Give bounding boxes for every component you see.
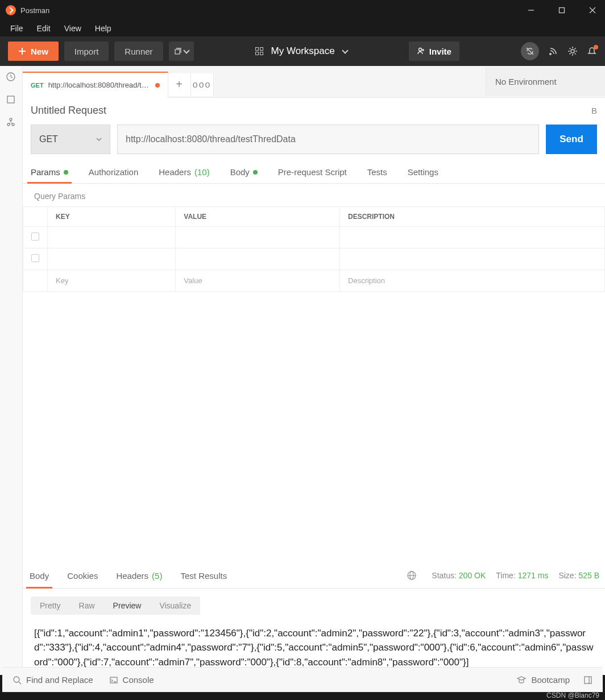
plus-icon: [18, 47, 26, 55]
svg-point-21: [14, 677, 19, 682]
bootcamp-label: Bootcamp: [531, 675, 570, 685]
window-icon: [174, 47, 182, 55]
resp-tab-test-results[interactable]: Test Results: [179, 564, 228, 588]
col-checkbox: [23, 207, 48, 227]
request-name-row: Untitled Request B: [23, 98, 605, 122]
request-subtabs: Params Authorization Headers (10) Body P…: [23, 161, 605, 184]
watermark: CSDN @Blanc79: [546, 691, 599, 699]
new-button-label: New: [31, 47, 48, 56]
table-row[interactable]: KeyValueDescription: [23, 270, 605, 292]
time-value: 1271 ms: [518, 571, 549, 580]
open-new-button[interactable]: [169, 42, 194, 61]
view-raw[interactable]: Raw: [70, 597, 104, 615]
tab-count: (10): [194, 167, 210, 177]
invite-button[interactable]: Invite: [409, 42, 459, 61]
resp-tab-headers[interactable]: Headers (5): [115, 564, 163, 588]
notification-dot: [594, 45, 598, 49]
menu-view[interactable]: View: [59, 23, 87, 34]
description-placeholder[interactable]: Description: [340, 270, 605, 292]
tab-authorization[interactable]: Authorization: [89, 161, 139, 183]
view-visualize[interactable]: Visualize: [150, 597, 200, 615]
view-preview[interactable]: Preview: [104, 597, 151, 615]
tab-tests[interactable]: Tests: [367, 161, 387, 183]
checkbox[interactable]: [31, 254, 39, 262]
apis-icon[interactable]: [6, 117, 17, 129]
svg-rect-6: [175, 49, 180, 54]
url-row: GET Send: [23, 122, 605, 161]
tab-body[interactable]: Body: [230, 161, 258, 183]
value-placeholder[interactable]: Value: [176, 270, 340, 292]
chevron-down-icon: [183, 47, 189, 53]
footer: Find and Replace Console Bootcamp: [2, 667, 603, 692]
find-replace-button[interactable]: Find and Replace: [13, 675, 93, 685]
menu-help[interactable]: Help: [89, 23, 117, 34]
tab-headers[interactable]: Headers (10): [159, 161, 209, 183]
svg-point-7: [418, 48, 421, 51]
table-row[interactable]: [23, 227, 605, 248]
resp-tab-cookies[interactable]: Cookies: [66, 564, 99, 588]
response-status: Status: 200 OK Time: 1271 ms Size: 525 B: [407, 570, 599, 581]
send-button[interactable]: Send: [546, 125, 597, 154]
menu-file[interactable]: File: [5, 23, 29, 34]
panel-icon[interactable]: [583, 676, 592, 685]
menu-edit[interactable]: Edit: [31, 23, 56, 34]
globe-icon[interactable]: [407, 570, 417, 581]
close-icon[interactable]: [586, 3, 599, 17]
minimize-icon[interactable]: [524, 3, 538, 17]
chevron-down-icon: [96, 136, 102, 142]
tab-overflow-button[interactable]: ooo: [191, 73, 214, 96]
chevron-down-icon: [342, 47, 348, 53]
new-button[interactable]: New: [8, 42, 59, 61]
tab-settings[interactable]: Settings: [408, 161, 438, 183]
right-indicator: B: [591, 106, 597, 115]
history-icon[interactable]: [6, 72, 17, 83]
collections-icon[interactable]: [6, 94, 17, 106]
satellite-icon[interactable]: [548, 46, 558, 56]
sync-icon[interactable]: [521, 42, 539, 60]
svg-point-15: [10, 118, 12, 121]
status-dot: [64, 170, 68, 175]
new-tab-button[interactable]: +: [168, 73, 191, 96]
table-row[interactable]: [23, 248, 605, 270]
method-select[interactable]: GET: [31, 125, 110, 154]
key-placeholder[interactable]: Key: [48, 270, 176, 292]
app-title: Postman: [20, 6, 49, 15]
tab-label: Body: [230, 167, 250, 177]
svg-point-11: [549, 53, 552, 55]
environment-label: No Environment: [495, 77, 557, 86]
svg-line-22: [19, 682, 21, 684]
search-icon: [13, 676, 22, 685]
left-rail: [0, 66, 23, 675]
find-replace-label: Find and Replace: [26, 675, 93, 685]
size-value: 525 B: [578, 571, 599, 580]
svg-line-10: [527, 48, 533, 55]
app-icon: [6, 5, 16, 15]
environment-selector[interactable]: No Environment: [486, 68, 605, 96]
workspace-selector[interactable]: My Workspace: [255, 45, 347, 57]
time-label: Time:: [496, 571, 515, 580]
svg-rect-1: [560, 8, 565, 13]
bootcamp-button[interactable]: Bootcamp: [516, 675, 570, 685]
request-name[interactable]: Untitled Request: [31, 105, 106, 117]
console-button[interactable]: Console: [109, 675, 154, 685]
size-label: Size:: [558, 571, 576, 580]
checkbox[interactable]: [31, 233, 39, 241]
maximize-icon[interactable]: [555, 3, 569, 17]
resp-tab-body[interactable]: Body: [28, 564, 50, 588]
import-button[interactable]: Import: [64, 42, 109, 61]
tab-params[interactable]: Params: [31, 161, 68, 183]
url-input[interactable]: [117, 125, 539, 154]
tab-label: Headers: [116, 571, 148, 581]
runner-button[interactable]: Runner: [114, 42, 163, 61]
col-key: KEY: [48, 207, 176, 227]
console-icon: [109, 676, 118, 685]
request-tab[interactable]: GET http://localhost:8080/thread/te...: [23, 72, 168, 98]
settings-icon[interactable]: [567, 46, 578, 56]
tab-prerequest[interactable]: Pre-request Script: [278, 161, 347, 183]
notifications-icon[interactable]: [587, 46, 597, 56]
col-description: DESCRIPTION: [340, 207, 605, 227]
tab-label: Headers: [159, 167, 191, 177]
titlebar: Postman: [0, 0, 605, 20]
view-pretty[interactable]: Pretty: [31, 597, 70, 615]
console-label: Console: [123, 675, 154, 685]
